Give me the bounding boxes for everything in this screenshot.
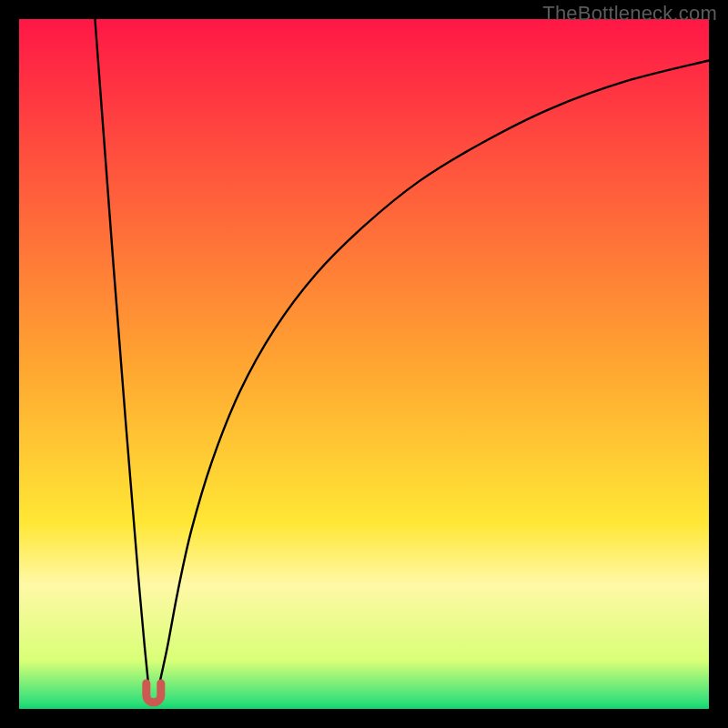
watermark-text: TheBottleneck.com [542,2,717,25]
chart-background [19,19,709,709]
chart-frame: TheBottleneck.com [0,0,728,728]
chart-plot-area [19,19,709,709]
chart-svg [19,19,709,709]
